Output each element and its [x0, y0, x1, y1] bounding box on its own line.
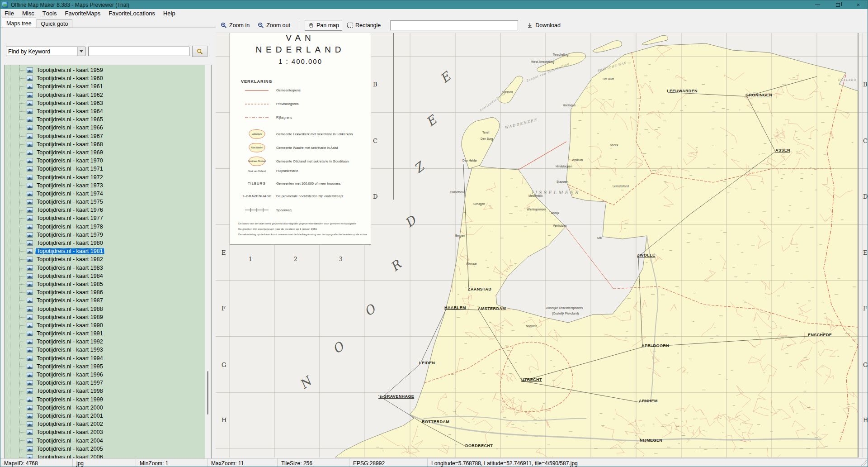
search-input[interactable]	[88, 47, 189, 56]
tree-item[interactable]: Topotijdreis.nl - kaart 1971	[5, 165, 211, 173]
menu-tools[interactable]: Tools	[38, 10, 61, 17]
close-button[interactable]: ×	[848, 0, 868, 9]
tree-item[interactable]: Topotijdreis.nl - kaart 1979	[5, 231, 211, 239]
tree-connector	[19, 334, 26, 334]
tree-item[interactable]: Topotijdreis.nl - kaart 2000	[5, 404, 211, 412]
town-label: Den Burg	[481, 137, 493, 141]
restore-button[interactable]	[828, 0, 848, 9]
tree-item[interactable]: Topotijdreis.nl - kaart 1959	[5, 66, 211, 74]
tree-scrollbar-thumb[interactable]	[207, 371, 208, 415]
tree-item[interactable]: Topotijdreis.nl - kaart 1961	[5, 82, 211, 91]
tree-item[interactable]: Topotijdreis.nl - kaart 2005	[5, 445, 211, 453]
combo-dropdown-button[interactable]	[77, 47, 85, 56]
tree-item[interactable]: Topotijdreis.nl - kaart 1990	[5, 321, 211, 329]
tree-item[interactable]: Topotijdreis.nl - kaart 1973	[5, 181, 211, 190]
tree-item[interactable]: Topotijdreis.nl - kaart 1982	[5, 255, 211, 263]
toolbar-separator	[299, 21, 299, 30]
menu-misc[interactable]: Misc	[18, 10, 38, 17]
tree-item[interactable]: Topotijdreis.nl - kaart 1997	[5, 379, 211, 387]
tree-item[interactable]: Topotijdreis.nl - kaart 1968	[5, 140, 211, 148]
tree-item[interactable]: Topotijdreis.nl - kaart 1967	[5, 132, 211, 140]
tree-scrollbar[interactable]	[205, 65, 211, 467]
tree-item[interactable]: Topotijdreis.nl - kaart 1987	[5, 296, 211, 305]
tree-item[interactable]: Topotijdreis.nl - kaart 1960	[5, 74, 211, 82]
tree-item[interactable]: Topotijdreis.nl - kaart 1983	[5, 264, 211, 272]
town-label: Medemblik	[528, 194, 543, 197]
tree-item[interactable]: Topotijdreis.nl - kaart 2001	[5, 412, 211, 420]
tree-item[interactable]: Topotijdreis.nl - kaart 1998	[5, 387, 211, 395]
tree-item[interactable]: Topotijdreis.nl - kaart 1972	[5, 173, 211, 181]
tree-item[interactable]: Topotijdreis.nl - kaart 1992	[5, 338, 211, 346]
tree-item[interactable]: Topotijdreis.nl - kaart 1965	[5, 115, 211, 124]
download-button[interactable]: Download	[524, 20, 564, 31]
tree-item[interactable]: Topotijdreis.nl - kaart 1981	[5, 247, 211, 255]
map-image-icon	[27, 76, 33, 81]
tab-quick-goto[interactable]: Quick goto	[37, 19, 73, 28]
tree-item-label: Topotijdreis.nl - kaart 1961	[35, 83, 104, 90]
tree-item-label: Topotijdreis.nl - kaart 1989	[35, 314, 104, 320]
tree-item[interactable]: Topotijdreis.nl - kaart 2004	[5, 436, 211, 444]
tree-item[interactable]: Topotijdreis.nl - kaart 1978	[5, 223, 211, 231]
tree-item[interactable]: Topotijdreis.nl - kaart 1984	[5, 272, 211, 280]
tree-item-label: Topotijdreis.nl - kaart 1999	[35, 396, 104, 403]
zoom-in-label: Zoom in	[229, 22, 250, 29]
tree-connector	[19, 210, 26, 210]
menu-favoritemaps[interactable]: FavoriteMaps	[61, 10, 105, 17]
tree-item[interactable]: Topotijdreis.nl - kaart 1976	[5, 206, 211, 214]
map-image-icon	[27, 166, 33, 172]
city-label: DORDRECHT	[465, 443, 493, 448]
tree-item[interactable]: Topotijdreis.nl - kaart 1993	[5, 346, 211, 354]
tree-item[interactable]: Topotijdreis.nl - kaart 1966	[5, 124, 211, 132]
tree-item[interactable]: Topotijdreis.nl - kaart 1969	[5, 148, 211, 157]
legend-label: De provinciale hoofdsteden zijn onderstr…	[273, 194, 343, 198]
tree-item[interactable]: Topotijdreis.nl - kaart 1995	[5, 362, 211, 371]
tree-connector	[19, 284, 26, 285]
tree-item-label: Topotijdreis.nl - kaart 1994	[35, 355, 104, 362]
tab-maps-tree[interactable]: Maps tree	[2, 18, 36, 28]
rectangle-button[interactable]: Rectangle	[344, 20, 384, 31]
map-viewport[interactable]: NOORDZEEWADDENZEEIJSSELMEERFRIESCHE WADD…	[216, 33, 868, 457]
zoom-out-button[interactable]: Zoom out	[255, 20, 293, 31]
tree-item[interactable]: Topotijdreis.nl - kaart 1964	[5, 107, 211, 115]
menu-file[interactable]: File	[0, 10, 18, 17]
tree-item-label: Topotijdreis.nl - kaart 1977	[35, 215, 104, 221]
maps-tree[interactable]: Topotijdreis.nl - kaart 1959Topotijdreis…	[4, 65, 212, 467]
pan-map-button[interactable]: Pan map	[305, 20, 342, 31]
minimize-button[interactable]	[807, 0, 828, 9]
menu-favoritelocations[interactable]: FavoriteLocations	[104, 10, 159, 17]
tree-item[interactable]: Topotijdreis.nl - kaart 1991	[5, 329, 211, 338]
tree-connector	[19, 268, 26, 268]
tree-item[interactable]: Topotijdreis.nl - kaart 1980	[5, 239, 211, 247]
tree-item[interactable]: Topotijdreis.nl - kaart 2003	[5, 428, 211, 436]
map-image-icon	[27, 232, 33, 238]
map-image-icon	[27, 388, 33, 394]
toolbar-input[interactable]	[390, 20, 518, 30]
tree-item[interactable]: Topotijdreis.nl - kaart 1999	[5, 396, 211, 404]
tree-item[interactable]: Topotijdreis.nl - kaart 1970	[5, 157, 211, 165]
map-image-icon	[27, 117, 33, 122]
tree-connector	[19, 424, 26, 424]
tree-item[interactable]: Topotijdreis.nl - kaart 1994	[5, 354, 211, 362]
zoom-out-label: Zoom out	[266, 22, 290, 29]
city-label: 's-GRAVENHAGE	[378, 394, 414, 399]
tree-item[interactable]: Topotijdreis.nl - kaart 1974	[5, 190, 211, 198]
tree-item[interactable]: Topotijdreis.nl - kaart 1975	[5, 198, 211, 206]
zoom-in-button[interactable]: Zoom in	[217, 20, 253, 31]
resize-grip[interactable]	[861, 460, 867, 466]
legend-item: Gemeentegrens	[241, 88, 363, 92]
tree-item[interactable]: Topotijdreis.nl - kaart 1985	[5, 280, 211, 288]
tree-item[interactable]: Topotijdreis.nl - kaart 1989	[5, 313, 211, 321]
tree-connector	[19, 119, 26, 120]
menu-help[interactable]: Help	[159, 10, 179, 17]
legend-label: Gemeenten met 100.000 of meer inwoners	[273, 181, 341, 186]
tree-item[interactable]: Topotijdreis.nl - kaart 1962	[5, 91, 211, 99]
find-mode-select[interactable]: Find by Keyword	[6, 47, 85, 56]
search-button[interactable]	[192, 46, 208, 57]
tree-item[interactable]: Topotijdreis.nl - kaart 1963	[5, 99, 211, 107]
tree-item[interactable]: Topotijdreis.nl - kaart 1988	[5, 305, 211, 313]
tree-item[interactable]: Topotijdreis.nl - kaart 1996	[5, 371, 211, 379]
tree-item[interactable]: Topotijdreis.nl - kaart 2002	[5, 420, 211, 428]
tree-item[interactable]: Topotijdreis.nl - kaart 1977	[5, 214, 211, 222]
tree-item[interactable]: Topotijdreis.nl - kaart 1986	[5, 288, 211, 296]
map-image-icon	[27, 438, 33, 443]
